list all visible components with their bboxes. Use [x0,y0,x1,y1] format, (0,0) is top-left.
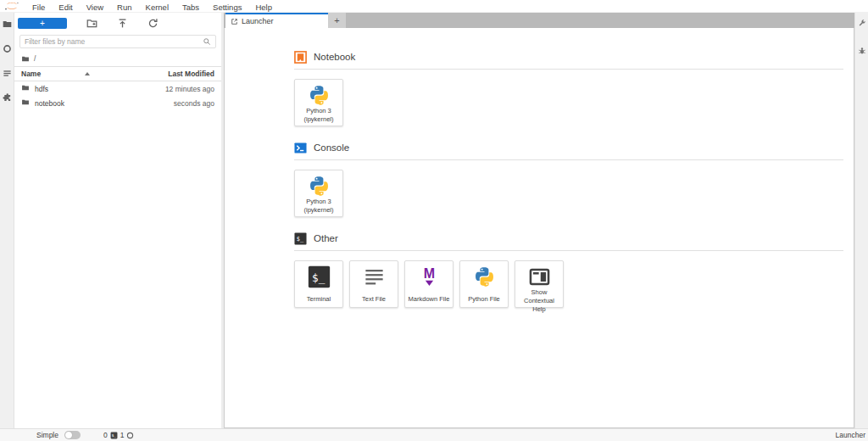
refresh-icon[interactable] [147,18,159,29]
filter-files-box [19,35,216,48]
breadcrumb[interactable]: / [14,50,221,66]
left-activity-bar [0,13,14,428]
menu-bar: FileEditViewRunKernelTabsSettingsHelp [0,0,868,13]
right-activity-bar [854,13,868,428]
file-name: hdfs [35,85,165,93]
home-folder-icon [21,55,30,63]
file-modified: 12 minutes ago [165,85,214,93]
section-divider [294,69,843,70]
simple-mode-toggle[interactable] [64,431,81,439]
menu-items: FileEditViewRunKernelTabsSettingsHelp [25,0,279,14]
sort-ascending-icon [85,72,90,75]
launcher-card-text-file[interactable]: Text File [349,260,398,308]
python-icon [308,175,331,198]
card-label: Show Contextual Help [517,288,561,313]
jupyter-logo-icon [3,1,22,12]
tab-launcher[interactable]: Launcher [225,13,328,28]
console-icon [294,142,307,154]
launcher-panel: NotebookPython 3 (ipykernel)ConsolePytho… [224,28,854,428]
file-row[interactable]: hdfs12 minutes ago [14,81,221,96]
markdown-icon: M [418,265,441,288]
breadcrumb-root: / [34,54,36,63]
launcher-section: NotebookPython 3 (ipykernel) [294,50,843,126]
launcher-sections: NotebookPython 3 (ipykernel)ConsolePytho… [294,50,837,308]
launcher-tab-icon [231,18,238,25]
folder-icon[interactable] [2,19,12,29]
section-title: Console [314,142,349,153]
python-icon [473,265,496,288]
new-launcher-button[interactable]: + [18,18,67,29]
toggle-knob [65,432,72,438]
card-label: Terminal [297,295,341,304]
text-file-icon [363,265,386,288]
simple-mode-label: Simple [36,431,58,439]
section-title: Notebook [314,52,355,62]
card-row: $_TerminalText FileMMarkdown FilePython … [294,260,843,308]
section-header: Console [294,141,843,154]
menu-view[interactable]: View [80,2,110,13]
contextual-help-icon [528,265,551,288]
terminal-section-icon: $_ [294,232,307,245]
property-inspector-icon[interactable] [857,18,867,28]
extensions-icon[interactable] [2,92,12,103]
menu-edit[interactable]: Edit [52,2,79,13]
notebook-icon [294,51,307,64]
menu-run[interactable]: Run [110,2,138,13]
launcher-card-markdown-file[interactable]: MMarkdown File [404,260,453,308]
card-label: Python 3 (ipykernel) [297,107,341,124]
current-activity-label: Launcher [836,431,865,439]
file-modified: seconds ago [174,99,214,108]
launcher-card-python-3-ipykernel-[interactable]: Python 3 (ipykernel) [294,170,343,217]
terminal-status-icon: $_ [110,432,118,439]
tab-label: Launcher [242,17,274,25]
section-header: Notebook [294,50,843,64]
python-icon [308,84,331,107]
launcher-section: ConsolePython 3 (ipykernel) [294,141,843,217]
section-divider [294,250,843,251]
svg-text:$_: $_ [312,271,326,284]
upload-icon[interactable] [117,18,128,29]
folder-icon [21,98,30,108]
launcher-card-python-3-ipykernel-[interactable]: Python 3 (ipykernel) [294,79,343,126]
section-divider [294,159,843,160]
dock-body: NotebookPython 3 (ipykernel)ConsolePytho… [224,28,854,428]
launcher-card-python-file[interactable]: Python File [459,260,509,308]
folder-icon [21,84,30,93]
column-name[interactable]: Name [21,70,168,78]
dock-panel: Launcher + NotebookPython 3 (ipykernel)C… [224,13,854,428]
jupyterlab-app: FileEditViewRunKernelTabsSettingsHelp + [0,0,868,441]
kernel-status-icon [126,432,134,439]
table-of-contents-icon[interactable] [2,68,12,78]
menu-help[interactable]: Help [248,2,279,13]
filter-files-input[interactable] [25,37,203,46]
menu-kernel[interactable]: Kernel [139,2,175,13]
launcher-card-terminal[interactable]: $_Terminal [294,260,343,308]
new-folder-icon[interactable] [86,18,97,29]
tab-bar: Launcher + [224,13,854,28]
search-icon [203,37,211,46]
running-sessions-icon[interactable] [2,43,12,53]
card-label: Python 3 (ipykernel) [297,198,341,215]
running-sessions-status[interactable]: 0 $_ 1 [103,431,134,439]
file-name: notebook [35,99,174,108]
file-list-header: Name Last Modified [14,66,221,81]
column-name-label: Name [21,70,41,78]
card-row: Python 3 (ipykernel) [294,79,843,126]
menu-file[interactable]: File [25,2,52,13]
launcher-card-show-contextual-help[interactable]: Show Contextual Help [515,260,564,308]
debugger-icon[interactable] [857,46,867,56]
main-area: + / Name [0,13,868,428]
terminal-icon: $_ [308,265,331,288]
launcher-section: $_Other$_TerminalText FileMMarkdown File… [294,232,843,308]
file-row[interactable]: notebookseconds ago [14,96,221,110]
menu-settings[interactable]: Settings [206,2,248,13]
column-last-modified[interactable]: Last Modified [168,70,214,78]
svg-text:M: M [423,265,434,281]
card-label: Markdown File [407,295,451,304]
menu-tabs[interactable]: Tabs [175,2,206,13]
section-title: Other [314,233,338,243]
card-label: Text File [352,295,396,304]
new-tab-button[interactable]: + [328,13,346,28]
status-bar: Simple 0 $_ 1 Launcher [0,428,868,441]
file-browser-toolbar: + [14,13,221,32]
